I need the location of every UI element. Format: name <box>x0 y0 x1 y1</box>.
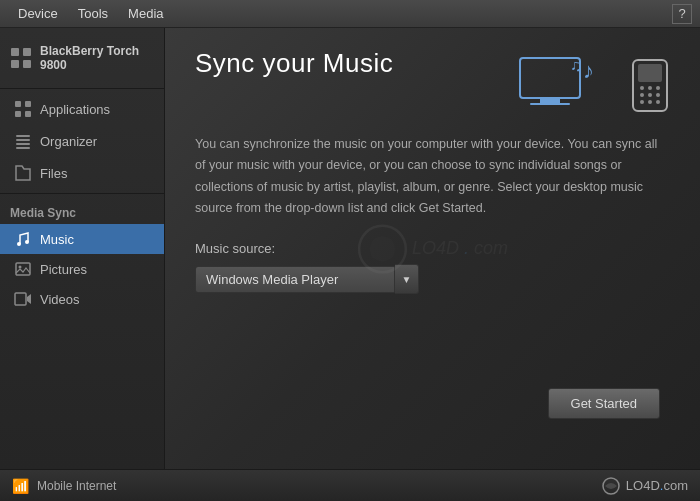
music-icon <box>14 230 32 248</box>
bottom-right: LO4D.com <box>601 476 688 496</box>
description-text: You can synchronize the music on your co… <box>195 134 670 219</box>
svg-rect-0 <box>11 48 19 56</box>
wifi-icon: 📶 <box>12 478 29 494</box>
menu-tools[interactable]: Tools <box>68 2 118 25</box>
device-item[interactable]: BlackBerry Torch 9800 <box>0 38 164 78</box>
svg-rect-19 <box>540 98 560 103</box>
svg-point-28 <box>640 93 644 97</box>
svg-rect-3 <box>23 60 31 68</box>
svg-point-12 <box>17 242 21 246</box>
divider-1 <box>0 88 164 89</box>
svg-rect-11 <box>16 147 30 149</box>
main-layout: BlackBerry Torch 9800 Applications <box>0 28 700 469</box>
files-label: Files <box>40 166 67 181</box>
lo4d-globe-icon <box>601 476 621 496</box>
pictures-icon <box>14 260 32 278</box>
svg-text:♫: ♫ <box>570 57 582 74</box>
sidebar-item-videos[interactable]: Videos <box>0 284 164 314</box>
svg-point-29 <box>648 93 652 97</box>
svg-rect-1 <box>23 48 31 56</box>
svg-point-26 <box>648 86 652 90</box>
videos-icon <box>14 290 32 308</box>
media-sync-label: Media Sync <box>0 198 164 224</box>
svg-rect-6 <box>15 111 21 117</box>
svg-rect-16 <box>15 293 26 305</box>
files-icon <box>14 164 32 182</box>
get-started-wrapper: Get Started <box>548 388 660 419</box>
lo4d-text: LO4D.com <box>626 478 688 493</box>
applications-label: Applications <box>40 102 110 117</box>
svg-rect-20 <box>530 103 570 105</box>
help-button[interactable]: ? <box>672 4 692 24</box>
bottom-status-text: Mobile Internet <box>37 479 116 493</box>
music-source-dropdown[interactable]: Windows Media Player iTunes Other <box>195 266 395 293</box>
sidebar: BlackBerry Torch 9800 Applications <box>0 28 165 469</box>
svg-rect-14 <box>16 263 30 275</box>
applications-icon <box>14 100 32 118</box>
blackberry-device-icon <box>10 47 32 69</box>
menu-bar: Device Tools Media ? <box>0 0 700 28</box>
svg-rect-10 <box>16 143 30 145</box>
bottom-left: 📶 Mobile Internet <box>12 478 116 494</box>
svg-point-30 <box>656 93 660 97</box>
sidebar-item-files[interactable]: Files <box>0 157 164 189</box>
organizer-label: Organizer <box>40 134 97 149</box>
bottom-bar: 📶 Mobile Internet LO4D.com <box>0 469 700 501</box>
sidebar-item-applications[interactable]: Applications <box>0 93 164 125</box>
menu-device[interactable]: Device <box>8 2 68 25</box>
get-started-button[interactable]: Get Started <box>548 388 660 419</box>
header-icons: ♪ ♫ <box>518 53 670 118</box>
sidebar-item-organizer[interactable]: Organizer <box>0 125 164 157</box>
videos-label: Videos <box>40 292 80 307</box>
sidebar-item-music[interactable]: Music <box>0 224 164 254</box>
svg-point-33 <box>656 100 660 104</box>
page-title: Sync your Music <box>195 48 393 79</box>
svg-rect-7 <box>25 111 31 117</box>
svg-point-27 <box>656 86 660 90</box>
monitor-music-icon: ♪ ♫ <box>518 53 618 118</box>
dropdown-wrapper: Windows Media Player iTunes Other ▼ <box>195 264 670 294</box>
svg-point-13 <box>25 240 29 244</box>
svg-rect-9 <box>16 139 30 141</box>
svg-rect-5 <box>25 101 31 107</box>
content-area: LO4D.com Sync your Music ♪ ♫ <box>165 28 700 469</box>
organizer-icon <box>14 132 32 150</box>
menu-media[interactable]: Media <box>118 2 173 25</box>
svg-rect-24 <box>638 64 662 82</box>
svg-rect-2 <box>11 60 19 68</box>
svg-point-15 <box>19 266 22 269</box>
music-source-label: Music source: <box>195 241 670 256</box>
dropdown-arrow[interactable]: ▼ <box>395 264 419 294</box>
divider-2 <box>0 193 164 194</box>
content-header: Sync your Music ♪ ♫ <box>195 48 670 118</box>
svg-point-31 <box>640 100 644 104</box>
svg-point-32 <box>648 100 652 104</box>
music-label: Music <box>40 232 74 247</box>
svg-text:♪: ♪ <box>583 58 594 83</box>
blackberry-phone-icon <box>630 58 670 113</box>
svg-rect-8 <box>16 135 30 137</box>
pictures-label: Pictures <box>40 262 87 277</box>
svg-point-25 <box>640 86 644 90</box>
svg-rect-4 <box>15 101 21 107</box>
sidebar-item-pictures[interactable]: Pictures <box>0 254 164 284</box>
device-section: BlackBerry Torch 9800 <box>0 28 164 84</box>
device-name: BlackBerry Torch 9800 <box>40 44 154 72</box>
